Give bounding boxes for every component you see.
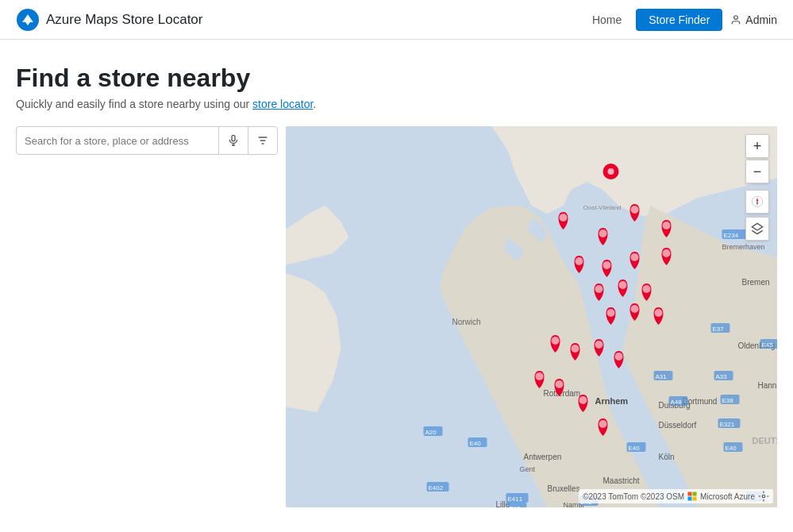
svg-marker-89 [756, 198, 759, 202]
svg-point-75 [619, 281, 627, 289]
svg-point-74 [595, 285, 603, 293]
svg-text:Arnhem: Arnhem [595, 396, 629, 406]
svg-text:A33: A33 [716, 373, 728, 380]
svg-rect-92 [688, 492, 692, 496]
page-title: Find a store nearby [16, 64, 777, 93]
compass-button[interactable] [745, 190, 769, 214]
svg-text:E234: E234 [724, 232, 739, 239]
svg-point-68 [631, 206, 639, 214]
store-locator-link[interactable]: store locator [252, 98, 313, 110]
navbar-links: Home Store Finder Admin [586, 9, 777, 31]
microsoft-icon [687, 492, 697, 501]
svg-point-1 [25, 17, 30, 22]
svg-point-78 [631, 305, 639, 313]
svg-text:E411: E411 [508, 495, 523, 503]
layers-button[interactable] [745, 217, 769, 241]
svg-text:Oost-Vlieland: Oost-Vlieland [583, 204, 622, 211]
svg-text:Bremen: Bremen [742, 278, 770, 287]
filter-button[interactable] [248, 127, 277, 154]
map-background: Oost-Vlieland Bremerhaven Bremen Oldenbu… [286, 126, 777, 507]
svg-marker-90 [756, 202, 759, 206]
map-controls: + − [745, 134, 769, 241]
svg-point-85 [556, 380, 564, 388]
svg-point-69 [663, 222, 671, 229]
admin-label: Admin [745, 13, 777, 26]
layers-icon [751, 222, 764, 235]
svg-marker-91 [752, 223, 762, 230]
svg-text:E402: E402 [429, 484, 444, 492]
svg-point-84 [536, 372, 544, 380]
svg-text:DEUTSC: DEUTSC [753, 436, 778, 445]
svg-rect-3 [232, 135, 235, 141]
svg-text:E40: E40 [726, 445, 737, 452]
svg-text:Bruxelles: Bruxelles [548, 484, 580, 493]
navbar: Azure Maps Store Locator Home Store Find… [0, 0, 793, 40]
svg-point-66 [560, 214, 568, 222]
svg-rect-95 [693, 497, 697, 501]
brand: Azure Maps Store Locator [16, 8, 202, 32]
store-finder-button[interactable]: Store Finder [636, 9, 722, 31]
svg-point-2 [734, 15, 738, 19]
svg-rect-94 [688, 497, 692, 501]
svg-text:E38: E38 [722, 397, 734, 404]
admin-icon [730, 14, 741, 25]
svg-text:A48: A48 [671, 399, 683, 406]
filter-icon [256, 134, 269, 147]
svg-point-82 [595, 341, 603, 349]
svg-text:Norwich: Norwich [452, 318, 481, 326]
microphone-icon [227, 134, 240, 147]
svg-point-72 [631, 253, 639, 261]
page-subtitle: Quickly and easily find a store nearby u… [16, 98, 777, 110]
svg-point-96 [762, 495, 765, 498]
svg-text:E19: E19 [510, 505, 522, 507]
microphone-button[interactable] [218, 127, 248, 154]
svg-text:A31: A31 [656, 373, 668, 380]
svg-rect-93 [693, 492, 697, 496]
svg-point-70 [576, 257, 583, 265]
svg-point-80 [552, 337, 560, 345]
map-attribution: ©2023 TomTom ©2023 OSM Microsoft Azure [579, 489, 773, 503]
compass-icon [751, 195, 764, 208]
zoom-out-button[interactable]: − [745, 160, 769, 183]
search-bar [16, 126, 278, 155]
svg-point-73 [663, 249, 671, 257]
svg-point-86 [579, 396, 587, 404]
brand-logo-icon [16, 8, 40, 32]
svg-text:Maastricht: Maastricht [603, 476, 640, 485]
svg-point-65 [608, 168, 614, 175]
sidebar [16, 126, 286, 507]
svg-text:A20: A20 [425, 429, 437, 436]
svg-text:Gent: Gent [520, 465, 536, 473]
admin-link[interactable]: Admin [730, 13, 777, 26]
page-content: Find a store nearby Quickly and easily f… [0, 40, 793, 507]
main-layout: Oost-Vlieland Bremerhaven Bremen Oldenbu… [16, 126, 777, 507]
location-icon [758, 491, 769, 502]
svg-text:Köln: Köln [659, 453, 675, 461]
search-input[interactable] [17, 135, 218, 147]
svg-point-76 [643, 285, 651, 293]
svg-text:Antwerpen: Antwerpen [524, 453, 562, 461]
svg-text:E40: E40 [470, 440, 482, 447]
zoom-in-button[interactable]: + [745, 134, 769, 158]
svg-text:E40: E40 [629, 445, 641, 452]
map-container[interactable]: Oost-Vlieland Bremerhaven Bremen Oldenbu… [286, 126, 777, 507]
svg-point-87 [599, 420, 607, 428]
svg-point-67 [599, 229, 607, 237]
svg-text:E45: E45 [762, 341, 774, 349]
svg-point-83 [615, 353, 623, 360]
svg-text:Düsseldorf: Düsseldorf [659, 421, 697, 430]
svg-text:E37: E37 [713, 326, 725, 333]
brand-title: Azure Maps Store Locator [46, 12, 202, 28]
svg-point-77 [607, 309, 615, 317]
svg-point-79 [655, 309, 663, 317]
tomtom-attribution: ©2023 TomTom ©2023 OSM [583, 492, 684, 501]
home-link[interactable]: Home [586, 10, 628, 29]
svg-text:Bremerhaven: Bremerhaven [722, 243, 765, 251]
svg-text:Hannover: Hannover [758, 381, 778, 390]
svg-point-81 [572, 345, 579, 353]
svg-text:E321: E321 [720, 421, 735, 428]
svg-point-71 [603, 261, 611, 269]
azure-attribution: Microsoft Azure [700, 492, 755, 501]
